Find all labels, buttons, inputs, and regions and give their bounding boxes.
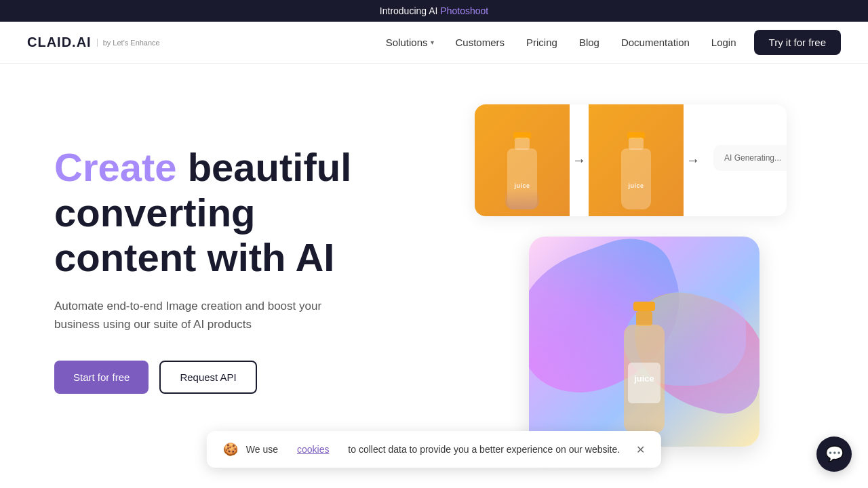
cookie-close-button[interactable]: ✕ — [636, 443, 645, 456]
nav-solutions[interactable]: Solutions ▾ — [376, 31, 443, 54]
nav-cta-button[interactable]: Try it for free — [754, 30, 841, 55]
banner-text-ai: AI — [429, 5, 440, 16]
hero-buttons: Start for free Request API — [54, 361, 407, 394]
nav-blog[interactable]: Blog — [570, 31, 609, 54]
ai-generating-status: AI Generating... — [713, 145, 787, 171]
hero-subtitle: Automate end-to-end Image creation and b… — [54, 297, 326, 333]
header: CLAID.AI by Let's Enhance Solutions ▾ Cu… — [0, 22, 868, 64]
chat-widget-button[interactable]: 💬 — [816, 436, 852, 472]
hero-large-image: juice — [529, 237, 760, 447]
hero-title-highlight: Create — [54, 145, 177, 189]
hero-title: Create beautiful converting content with… — [54, 145, 407, 281]
chat-icon: 💬 — [825, 445, 844, 463]
juice-image-2: juice — [589, 104, 684, 216]
nav-customers[interactable]: Customers — [446, 31, 515, 54]
nav-documentation[interactable]: Documentation — [612, 31, 699, 54]
cookie-text-after: to collect data to provide you a better … — [348, 444, 620, 455]
large-juice-bottle: juice — [604, 295, 685, 447]
cookie-icon: 🍪 — [223, 442, 238, 457]
solutions-chevron-icon: ▾ — [431, 39, 434, 46]
nav-login[interactable]: Login — [702, 31, 746, 54]
arrow-2-icon: → — [684, 152, 703, 168]
hero-content: Create beautiful converting content with… — [54, 118, 407, 394]
hero-images: juice → juice → AI Generating... — [434, 104, 814, 430]
banner-text: Introducing — [380, 5, 427, 16]
svg-rect-0 — [633, 302, 655, 311]
hero-large-image-inner: juice — [529, 237, 760, 447]
top-banner: Introducing AI Photoshoot — [0, 0, 868, 22]
request-api-button[interactable]: Request API — [159, 361, 256, 394]
hero-section: Create beautiful converting content with… — [0, 64, 868, 488]
cookie-text-before: We use — [246, 444, 278, 455]
logo[interactable]: CLAID.AI — [27, 35, 92, 50]
arrow-1-icon: → — [570, 152, 589, 168]
juice-image-1: juice — [475, 104, 570, 216]
cookie-link[interactable]: cookies — [297, 444, 329, 455]
nav-pricing[interactable]: Pricing — [517, 31, 567, 54]
logo-subtitle: by Let's Enhance — [97, 39, 160, 47]
cookie-banner: 🍪 We use cookies to collect data to prov… — [207, 431, 661, 468]
banner-link[interactable]: Photoshoot — [440, 5, 488, 16]
start-for-free-button[interactable]: Start for free — [54, 361, 149, 394]
svg-text:juice: juice — [633, 373, 654, 384]
logo-area: CLAID.AI by Let's Enhance — [27, 35, 160, 50]
image-strip: juice → juice → AI Generating... — [475, 104, 787, 216]
main-nav: Solutions ▾ Customers Pricing Blog Docum… — [376, 30, 841, 55]
svg-rect-1 — [636, 311, 652, 326]
